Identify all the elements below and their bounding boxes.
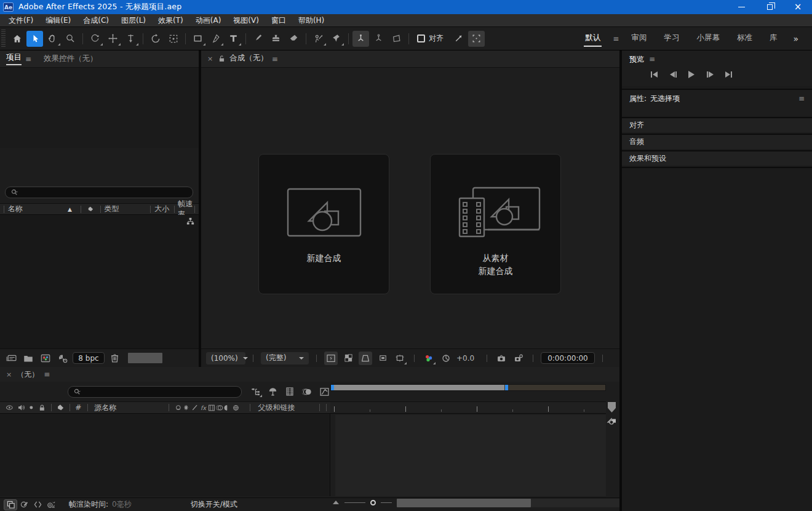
- mask-visibility-button[interactable]: [359, 352, 372, 365]
- reset-exposure-button[interactable]: [439, 352, 453, 365]
- channel-select-button[interactable]: [422, 352, 436, 365]
- audio-panel-header[interactable]: 音频: [622, 134, 812, 149]
- timeline-layer-list[interactable]: [0, 414, 330, 496]
- lock-column-icon[interactable]: [38, 404, 46, 412]
- magnification-dropdown[interactable]: (100%): [206, 352, 245, 364]
- graph-editor-button[interactable]: [318, 385, 330, 398]
- puppet-pin-tool[interactable]: [328, 31, 344, 47]
- column-size[interactable]: 大小: [154, 204, 170, 214]
- rectangle-tool[interactable]: [189, 31, 206, 47]
- workspace-tab-small-screen[interactable]: 小屏幕: [688, 29, 728, 48]
- pen-tool[interactable]: [207, 31, 224, 47]
- workspace-overflow-icon[interactable]: »: [786, 34, 806, 44]
- align-panel-header[interactable]: 对齐: [622, 117, 812, 132]
- world-axis-mode-button[interactable]: [370, 31, 387, 47]
- first-frame-button[interactable]: [649, 69, 660, 80]
- workspace-tab-libraries[interactable]: 库: [761, 29, 786, 48]
- pan-camera-tool[interactable]: [105, 31, 121, 47]
- dolly-camera-tool[interactable]: [122, 31, 139, 47]
- workspace-tab-review[interactable]: 审阅: [623, 29, 655, 48]
- timeline-search-input[interactable]: [68, 386, 242, 398]
- panel-menu-icon[interactable]: ≡: [272, 55, 278, 63]
- rotation-tool[interactable]: [147, 31, 164, 47]
- transparency-grid-button[interactable]: [341, 352, 355, 365]
- panel-menu-icon[interactable]: ≡: [25, 55, 31, 63]
- tab-composition[interactable]: 合成（无） ≡: [228, 50, 284, 67]
- label-tag-icon[interactable]: [87, 204, 94, 214]
- workspace-tab-default[interactable]: 默认: [576, 29, 609, 48]
- menu-item-help[interactable]: 帮助(H): [292, 15, 330, 26]
- delete-item-button[interactable]: [107, 352, 122, 365]
- column-type[interactable]: 类型: [105, 204, 147, 214]
- exposure-value[interactable]: +0.0: [456, 354, 474, 363]
- panel-grip[interactable]: [1, 30, 6, 48]
- timecode-display[interactable]: 0:00:00:00: [541, 352, 595, 364]
- comp-marker-bin[interactable]: [608, 402, 616, 412]
- region-of-interest-button[interactable]: [376, 352, 389, 365]
- type-tool[interactable]: [225, 31, 242, 47]
- menu-item-view[interactable]: 视图(V): [227, 15, 265, 26]
- snap-bounds-button[interactable]: [468, 31, 485, 47]
- eraser-tool[interactable]: [285, 31, 302, 47]
- column-number[interactable]: #: [75, 403, 81, 412]
- timeline-navigator[interactable]: [330, 384, 606, 391]
- project-scrollbar-thumb[interactable]: [128, 353, 162, 363]
- panel-menu-icon[interactable]: ≡: [798, 94, 805, 103]
- tab-project[interactable]: 项目 ≡: [0, 50, 38, 67]
- expand-in-out-button[interactable]: [31, 499, 44, 510]
- last-frame-button[interactable]: [723, 69, 734, 80]
- panel-menu-icon[interactable]: ≡: [649, 55, 655, 63]
- resolution-dropdown[interactable]: (完整): [261, 352, 309, 364]
- new-composition-from-footage-card[interactable]: 从素材 新建合成: [430, 154, 561, 294]
- time-ruler[interactable]: [330, 401, 606, 414]
- show-snapshot-button[interactable]: [512, 352, 525, 365]
- guides-rulers-button[interactable]: [393, 352, 407, 365]
- previous-frame-button[interactable]: [667, 69, 679, 80]
- effects-presets-panel-header[interactable]: 效果和预设: [622, 150, 812, 166]
- snap-arrow-button[interactable]: [450, 31, 467, 47]
- menu-item-composition[interactable]: 合成(C): [77, 15, 115, 26]
- navigator-end-handle[interactable]: [505, 385, 508, 390]
- view-axis-mode-button[interactable]: [388, 31, 405, 47]
- workspace-tab-learn[interactable]: 学习: [655, 29, 688, 48]
- menu-item-file[interactable]: 文件(F): [2, 15, 39, 26]
- new-folder-button[interactable]: [21, 352, 36, 365]
- orbit-camera-tool[interactable]: [87, 31, 103, 47]
- interpret-footage-button[interactable]: [4, 352, 18, 365]
- close-button[interactable]: ×: [784, 0, 812, 14]
- next-frame-button[interactable]: [704, 69, 715, 80]
- toggle-switches-modes-button[interactable]: 切换开关/模式: [191, 499, 237, 510]
- menu-item-animation[interactable]: 动画(A): [189, 15, 228, 26]
- selection-tool[interactable]: [26, 31, 43, 47]
- local-axis-mode-button[interactable]: [352, 31, 369, 47]
- solo-icon[interactable]: [28, 404, 35, 411]
- play-button[interactable]: [686, 69, 697, 80]
- workspace-menu-icon[interactable]: ≡: [609, 34, 623, 43]
- zoom-out-mountain-icon[interactable]: [332, 500, 340, 505]
- take-snapshot-button[interactable]: [495, 352, 508, 365]
- new-composition-card[interactable]: 新建合成: [258, 154, 389, 294]
- comp-button[interactable]: [607, 416, 617, 427]
- menu-item-window[interactable]: 窗口: [265, 15, 292, 26]
- menu-item-effect[interactable]: 效果(T): [152, 15, 189, 26]
- fast-preview-button[interactable]: [324, 352, 338, 365]
- zoom-tool[interactable]: [62, 31, 79, 47]
- timeline-hscrollbar-thumb[interactable]: [397, 499, 531, 507]
- timeline-track-area[interactable]: [335, 415, 606, 496]
- video-visibility-icon[interactable]: [5, 403, 14, 412]
- zoom-slider-track[interactable]: [381, 502, 392, 503]
- color-depth-button[interactable]: 8 bpc: [73, 352, 105, 364]
- menu-item-edit[interactable]: 编辑(E): [39, 15, 77, 26]
- pan-behind-tool[interactable]: [165, 31, 181, 47]
- zoom-slider-knob[interactable]: [370, 500, 376, 505]
- frame-blending-button[interactable]: [284, 385, 296, 398]
- project-search-input[interactable]: [5, 187, 193, 198]
- audio-icon[interactable]: [17, 403, 26, 412]
- panel-close-icon[interactable]: ×: [201, 55, 213, 63]
- motion-blur-button[interactable]: [301, 385, 313, 398]
- lock-icon[interactable]: [218, 55, 226, 63]
- new-composition-button[interactable]: [38, 352, 53, 365]
- menu-item-layer[interactable]: 图层(L): [115, 15, 152, 26]
- brush-tool[interactable]: [250, 31, 266, 47]
- expand-layer-switches-button[interactable]: [4, 499, 17, 510]
